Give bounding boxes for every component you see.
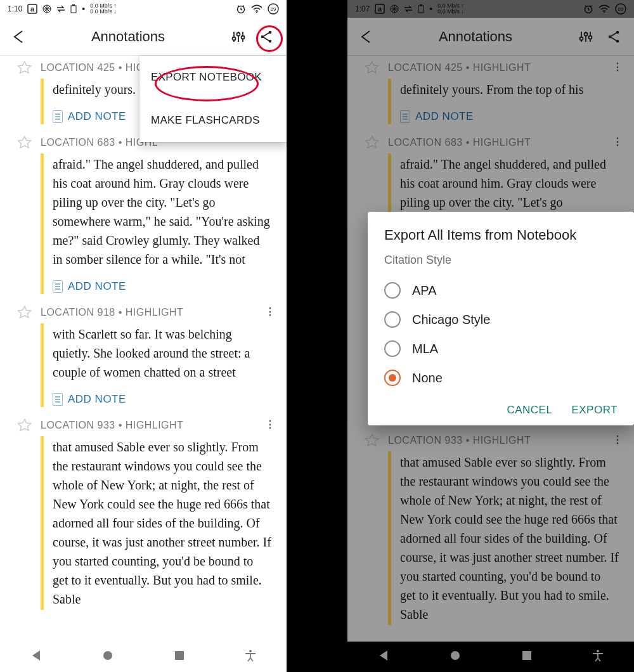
svg-point-14 — [269, 39, 272, 42]
network-speed: 0.0 Mb/s ↑ 0.0 Mb/s ↓ — [437, 3, 464, 15]
star-icon[interactable] — [18, 136, 32, 152]
svg-point-17 — [249, 650, 252, 652]
highlight-text: that amused Sable ever so slightly. From… — [53, 437, 271, 609]
svg-rect-22 — [420, 4, 422, 6]
nav-accessibility-icon[interactable] — [592, 649, 604, 664]
citation-option[interactable]: MLA — [384, 334, 618, 363]
star-icon[interactable] — [365, 434, 379, 450]
option-label: APA — [412, 283, 437, 298]
nav-back-icon[interactable] — [30, 649, 42, 664]
filter-button[interactable] — [224, 29, 252, 44]
system-nav — [347, 642, 634, 672]
app-icon: a — [27, 4, 37, 14]
back-button[interactable] — [354, 29, 379, 45]
star-icon[interactable] — [18, 61, 32, 77]
add-note-button[interactable]: ADD NOTE — [53, 393, 271, 406]
more-icon[interactable]: ⋮ — [265, 306, 275, 318]
nav-home-icon[interactable] — [449, 649, 462, 664]
annotation-entry[interactable]: ⋮LOCATION 933 • HIGHLIGHTthat amused Sab… — [347, 429, 634, 631]
note-icon — [400, 110, 410, 123]
highlight-text: with Scarlett so far. It was belching qu… — [53, 325, 271, 382]
annotation-list: LOCATION 425 • HIGHLdefinitely yours. Fr… — [0, 56, 287, 642]
svg-rect-4 — [72, 4, 75, 6]
svg-rect-16 — [175, 651, 184, 660]
nav-home-icon[interactable] — [101, 649, 114, 664]
svg-text:a: a — [378, 5, 382, 13]
sync-icon — [404, 5, 413, 13]
battery-badge-icon: 09 — [268, 3, 279, 15]
star-icon[interactable] — [365, 61, 379, 77]
highlight-text: afraid." The angel shuddered, and pulled… — [53, 155, 271, 269]
annotation-entry[interactable]: ⋮LOCATION 918 • HIGHLIGHTwith Scarlett s… — [0, 300, 287, 413]
more-icon[interactable]: ⋮ — [612, 434, 623, 446]
citation-option[interactable]: None — [384, 363, 618, 392]
nav-recent-icon[interactable] — [174, 650, 185, 664]
radio-icon[interactable] — [384, 282, 401, 299]
filter-button[interactable] — [572, 29, 600, 44]
svg-rect-21 — [418, 6, 424, 13]
clock: 1:07 — [355, 4, 370, 13]
svg-point-13 — [269, 30, 272, 34]
wifi-icon — [598, 4, 610, 13]
star-icon[interactable] — [18, 306, 32, 322]
svg-point-27 — [580, 37, 583, 40]
menu-make-flashcards[interactable]: MAKE FLASHCARDS — [139, 99, 287, 142]
nav-recent-icon[interactable] — [521, 650, 533, 664]
option-label: MLA — [412, 342, 438, 356]
radio-icon[interactable] — [384, 340, 401, 357]
system-nav — [0, 642, 287, 672]
svg-point-29 — [589, 36, 592, 39]
entry-meta: LOCATION 683 • HIGHLIGHT — [388, 137, 619, 148]
overflow-menu: EXPORT NOTEBOOK MAKE FLASHCARDS — [139, 56, 287, 142]
share-button[interactable] — [600, 29, 628, 44]
battery-small-icon — [70, 4, 77, 13]
menu-export-notebook[interactable]: EXPORT NOTEBOOK — [139, 56, 287, 99]
entry-meta: LOCATION 425 • HIGHLIGHT — [388, 62, 619, 74]
snow-icon — [390, 4, 399, 13]
phone-right: 1:07 a • 0.0 Mb/s ↑ 0.0 Mb/s ↓ 09 — [347, 0, 634, 672]
highlight-text: that amused Sable ever so slightly. From… — [400, 453, 619, 624]
status-bar: 1:10 a • 0.0 Mb/s ↑ 0.0 Mb/s ↓ 09 — [0, 0, 287, 18]
svg-point-24 — [604, 12, 605, 13]
svg-point-15 — [103, 651, 112, 660]
alarm-icon — [583, 4, 593, 14]
wifi-icon — [251, 4, 262, 13]
app-bar: Annotations — [347, 18, 634, 56]
back-button[interactable] — [6, 29, 32, 45]
more-icon[interactable]: ⋮ — [612, 61, 623, 73]
battery-small-icon — [418, 4, 424, 13]
dialog-export-button[interactable]: EXPORT — [571, 404, 618, 417]
page-title: Annotations — [379, 29, 572, 45]
annotation-entry[interactable]: ⋮LOCATION 933 • HIGHLIGHTthat amused Sab… — [0, 413, 287, 616]
add-note-button[interactable]: ADD NOTE — [400, 110, 619, 123]
star-icon[interactable] — [365, 136, 379, 152]
citation-option[interactable]: APA — [384, 276, 618, 305]
page-title: Annotations — [32, 29, 224, 45]
star-icon[interactable] — [18, 418, 32, 435]
svg-point-6 — [256, 12, 257, 13]
option-label: None — [412, 371, 443, 385]
svg-text:09: 09 — [271, 6, 276, 12]
radio-icon[interactable] — [384, 311, 401, 328]
network-speed: 0.0 Mb/s ↑ 0.0 Mb/s ↓ — [90, 3, 117, 15]
nav-accessibility-icon[interactable] — [244, 649, 257, 664]
annotation-entry[interactable]: ⋮LOCATION 425 • HIGHLIGHTdefinitely your… — [347, 56, 634, 131]
share-button[interactable] — [252, 29, 280, 44]
more-icon[interactable]: ⋮ — [612, 136, 623, 148]
svg-text:a: a — [30, 5, 35, 13]
note-icon — [53, 280, 63, 293]
nav-back-icon[interactable] — [377, 649, 390, 664]
phone-left: 1:10 a • 0.0 Mb/s ↑ 0.0 Mb/s ↓ 09 — [0, 0, 287, 672]
more-icon[interactable]: ⋮ — [265, 418, 275, 430]
radio-icon[interactable] — [384, 370, 401, 386]
option-label: Chicago Style — [412, 313, 490, 327]
annotation-entry[interactable]: LOCATION 683 • HIGHLafraid." The angel s… — [0, 131, 287, 300]
dialog-cancel-button[interactable]: CANCEL — [507, 404, 552, 417]
citation-option[interactable]: Chicago Style — [384, 305, 618, 334]
add-note-button[interactable]: ADD NOTE — [53, 280, 271, 293]
entry-meta: LOCATION 933 • HIGHLIGHT — [388, 435, 619, 446]
export-dialog: Export All Items from Notebook Citation … — [368, 212, 634, 425]
app-bar: Annotations — [0, 18, 287, 56]
dialog-subtitle: Citation Style — [384, 254, 618, 267]
svg-text:09: 09 — [618, 6, 624, 12]
